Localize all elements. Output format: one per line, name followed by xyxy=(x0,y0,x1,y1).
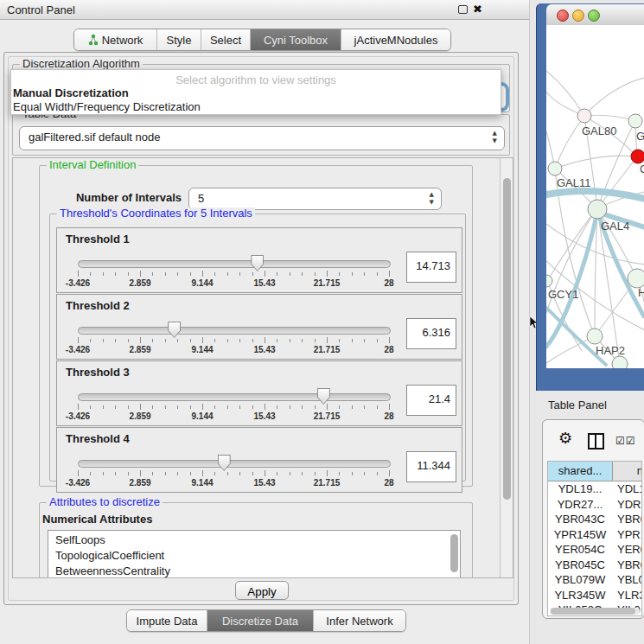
minor-tick xyxy=(290,339,290,342)
table-cell-name[interactable]: YDR2 xyxy=(617,497,642,513)
table-cell-shared-name[interactable]: YLR345W xyxy=(548,588,612,603)
threshold-value-field[interactable]: 6.316 xyxy=(406,318,456,349)
tick-label: 15.43 xyxy=(245,345,284,354)
minor-tick xyxy=(190,339,191,342)
traffic-minimize-icon[interactable] xyxy=(572,10,584,22)
threshold-label: Threshold 2 xyxy=(66,299,130,312)
network-node-gal80[interactable] xyxy=(577,109,591,123)
major-tick xyxy=(140,404,141,410)
tick-label: 9.144 xyxy=(183,478,221,488)
bottom-tab-discretize-data[interactable]: Discretize Data xyxy=(207,610,313,631)
control-panel-titlebar: Control Panel ✖ xyxy=(0,0,529,20)
tick-label: 9.144 xyxy=(183,278,221,288)
table-hscrollbar-track[interactable] xyxy=(550,608,640,615)
threshold-slider-track[interactable] xyxy=(78,260,391,268)
major-tick xyxy=(202,404,203,410)
threshold-slider-thumb[interactable] xyxy=(168,322,181,338)
table-panel-title: Table Panel xyxy=(548,399,607,411)
dropdown-option-equal-width[interactable]: Equal Width/Frequency Discretization xyxy=(13,100,201,113)
tab-label: jActiveMNodules xyxy=(354,30,438,50)
bottom-tab-impute-data[interactable]: Impute Data xyxy=(127,610,207,631)
network-edge[interactable] xyxy=(555,156,637,169)
network-edge[interactable] xyxy=(546,71,584,116)
network-canvas[interactable]: GAL80GACGAL11GAL4GCY1HHAP2 xyxy=(546,25,644,368)
attribute-item[interactable]: TopologicalCoefficient xyxy=(55,549,164,562)
control-panel-window: Control Panel ✖ NetworkStyleSelectCyni T… xyxy=(0,0,530,644)
column-header-name[interactable]: na xyxy=(613,462,642,481)
list-scrollbar-thumb[interactable] xyxy=(450,534,458,572)
table-cell-shared-name[interactable]: YDL19... xyxy=(548,481,612,497)
column-header-shared-name[interactable]: shared... xyxy=(548,462,613,481)
network-node-hap2[interactable] xyxy=(587,328,603,344)
minor-tick xyxy=(364,272,365,276)
threshold-slider-track[interactable] xyxy=(78,460,391,468)
table-cell-shared-name[interactable]: YDR27... xyxy=(548,497,612,513)
table-cell-name[interactable]: YBL0 xyxy=(617,572,642,588)
threshold-slider-thumb[interactable] xyxy=(218,455,231,471)
network-node[interactable] xyxy=(612,356,628,368)
minor-tick xyxy=(190,472,191,475)
attribute-item[interactable]: SelfLoops xyxy=(55,533,105,546)
table-cell-name[interactable]: YBR0 xyxy=(617,558,642,573)
threshold-value-field[interactable]: 14.713 xyxy=(406,252,456,283)
table-cell-shared-name[interactable]: YPR145W xyxy=(548,527,612,543)
tab-network[interactable]: Network xyxy=(74,29,156,50)
tick-label: 21.715 xyxy=(308,345,346,354)
threshold-slider-track[interactable] xyxy=(78,327,391,335)
apply-button[interactable]: Apply xyxy=(235,581,289,600)
tab-select[interactable]: Select xyxy=(201,29,250,50)
tick-label: -3.426 xyxy=(59,478,97,488)
network-node-c[interactable] xyxy=(631,150,644,163)
minor-tick xyxy=(364,339,365,342)
tab-label: Select xyxy=(210,30,241,50)
close-icon[interactable]: ✖ xyxy=(473,3,482,16)
minor-tick xyxy=(252,472,253,475)
float-window-icon[interactable] xyxy=(458,5,468,14)
network-node-ga[interactable] xyxy=(628,114,642,128)
attribute-item[interactable]: BetweennessCentrality xyxy=(55,564,170,577)
network-node-h[interactable] xyxy=(628,269,644,288)
table-cell-name[interactable]: YLR3 xyxy=(617,588,642,603)
dropdown-option-manual[interactable]: Manual Discretization xyxy=(13,86,129,99)
table-cell-name[interactable]: YER0 xyxy=(617,542,642,558)
table-data-combobox[interactable]: galFiltered.sif default node ▲▼ xyxy=(19,126,505,150)
threshold-value-field[interactable]: 11.344 xyxy=(406,451,456,482)
settings-scrollbar-track[interactable] xyxy=(500,158,513,577)
threshold-label: Threshold 4 xyxy=(66,432,130,445)
threshold-slider-track[interactable] xyxy=(78,393,391,401)
major-tick xyxy=(202,470,203,476)
network-node-gal11[interactable] xyxy=(548,162,562,175)
table-cell-name[interactable]: YPR1 xyxy=(617,527,642,543)
major-tick xyxy=(327,404,328,410)
tab-cyni-toolbox[interactable]: Cyni Toolbox xyxy=(250,29,341,50)
table-cell-shared-name[interactable]: YBR043C xyxy=(548,512,612,527)
tick-label: -3.426 xyxy=(59,278,97,288)
table-cell-shared-name[interactable]: YER054C xyxy=(548,542,612,558)
threshold-value-field[interactable]: 21.4 xyxy=(406,385,456,416)
numerical-attributes-list[interactable]: SelfLoopsTopologicalCoefficientBetweenne… xyxy=(48,530,461,578)
major-tick xyxy=(327,271,328,277)
table-cell-name[interactable]: YBR0 xyxy=(617,512,642,527)
network-node-gcy1[interactable] xyxy=(546,275,552,287)
table-hscrollbar-thumb[interactable] xyxy=(551,608,635,615)
table-cell-name[interactable]: YDL1 xyxy=(617,481,642,497)
table-cell-shared-name[interactable]: YBR045C xyxy=(548,558,612,573)
threshold-slider-thumb[interactable] xyxy=(251,255,264,271)
tab-style[interactable]: Style xyxy=(156,29,201,50)
cyni-mode-tabs: Impute DataDiscretize DataInfer Network xyxy=(126,609,406,632)
bottom-tab-infer-network[interactable]: Infer Network xyxy=(313,610,405,631)
minor-tick xyxy=(214,272,215,276)
threshold-slider-thumb[interactable] xyxy=(317,388,330,405)
node-attribute-table[interactable]: shared... na YDL19...YDL1YDR27...YDR2YBR… xyxy=(547,461,642,616)
settings-scrollbar-thumb[interactable] xyxy=(503,178,511,500)
split-columns-icon[interactable] xyxy=(588,433,604,450)
traffic-close-icon[interactable] xyxy=(557,10,569,22)
gear-icon[interactable]: ⚙ xyxy=(558,429,572,447)
traffic-zoom-icon[interactable] xyxy=(588,10,600,22)
network-node-gal4[interactable] xyxy=(588,200,607,219)
network-edge[interactable] xyxy=(584,78,644,116)
checkboxes-icon[interactable]: ☑☑ xyxy=(615,435,636,447)
table-cell-shared-name[interactable]: YBL079W xyxy=(548,572,612,588)
tab-jactivemnodules[interactable]: jActiveMNodules xyxy=(341,29,450,50)
tick-label: -3.426 xyxy=(59,411,97,421)
